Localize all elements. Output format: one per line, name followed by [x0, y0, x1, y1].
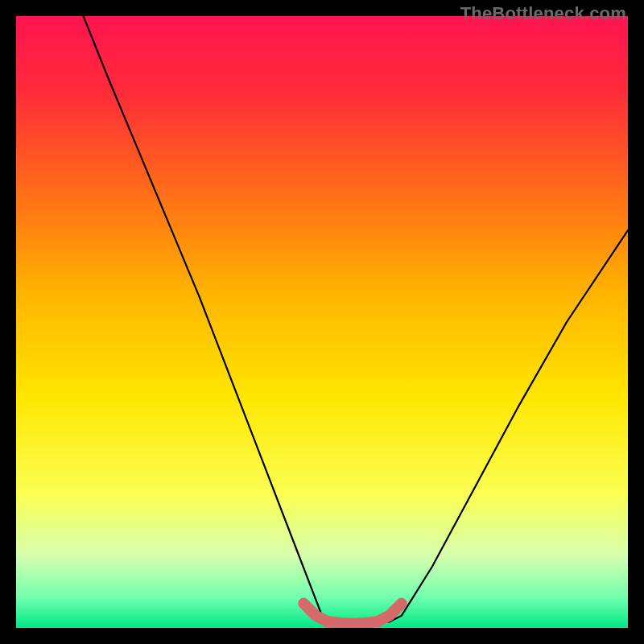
- watermark-label: TheBottleneck.com: [460, 3, 626, 24]
- bottleneck-chart: [16, 16, 628, 628]
- gradient-background: [16, 16, 628, 628]
